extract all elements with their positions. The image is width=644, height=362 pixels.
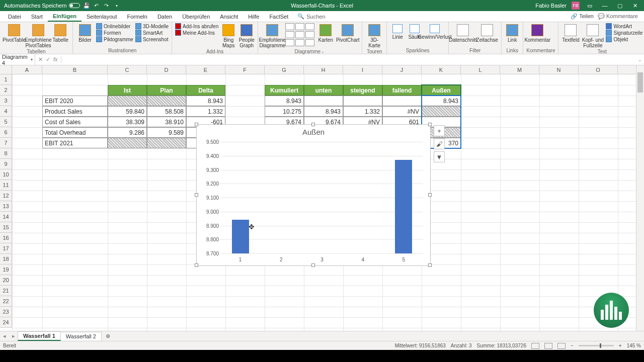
minimize-icon[interactable]: — [600, 1, 610, 11]
user-name[interactable]: Fabio Basler [535, 3, 567, 9]
ribbon-options-icon[interactable]: ▭ [585, 1, 595, 11]
chart-type-gallery[interactable] [285, 23, 314, 46]
cell-D4[interactable]: 58.508 [147, 106, 186, 117]
zoom-in-button[interactable]: + [619, 343, 622, 348]
cell-J3[interactable] [382, 96, 422, 106]
cell-E3[interactable]: 8.943 [186, 96, 225, 106]
row-header-9[interactable]: 9 [0, 159, 12, 169]
user-avatar[interactable]: FB [572, 2, 580, 10]
row-header-2[interactable]: 2 [0, 85, 12, 96]
icons-button[interactable]: Piktogramme [96, 36, 133, 42]
name-box[interactable]: Diagramm 4▾ [0, 53, 35, 67]
row-header-3[interactable]: 3 [0, 96, 12, 106]
row-header-8[interactable]: 8 [0, 148, 12, 159]
cell-I4[interactable]: 1.332 [343, 106, 382, 117]
pivotchart-button[interactable]: PivotChart [337, 23, 359, 43]
zoom-out-button[interactable]: − [571, 343, 574, 348]
timeline-button[interactable]: Zeitachse [476, 23, 498, 43]
chart-resize-handle[interactable] [428, 193, 432, 197]
row-header-1[interactable]: 1 [0, 74, 12, 85]
row-header-22[interactable]: 22 [0, 296, 12, 307]
recommended-charts-button[interactable]: Empfohlene Diagramme [261, 23, 283, 48]
zoom-level[interactable]: 145 % [627, 343, 641, 348]
tab-factset[interactable]: FactSet [264, 12, 293, 21]
row-header-24[interactable]: 24 [0, 317, 12, 328]
zoom-slider[interactable] [579, 345, 614, 346]
col-header-F[interactable]: F [225, 65, 265, 74]
cell-I3[interactable] [343, 96, 382, 106]
col-header-O[interactable]: O [579, 65, 618, 74]
qat-customize-icon[interactable]: ▾ [113, 2, 120, 9]
header-I2[interactable]: steigend [343, 85, 382, 96]
row-header-18[interactable]: 18 [0, 254, 12, 264]
screenshot-button[interactable]: Screenshot [135, 36, 169, 42]
col-header-D[interactable]: D [147, 65, 186, 74]
chart-resize-handle[interactable] [195, 193, 198, 197]
cell-B4[interactable]: Product Sales [42, 106, 108, 117]
cell-H4[interactable]: 8.943 [304, 106, 343, 117]
cell-B5[interactable]: Cost of Sales [42, 117, 108, 127]
cell-E4[interactable]: 1.332 [186, 106, 225, 117]
col-header-K[interactable]: K [422, 65, 461, 74]
sparkline-winloss-button[interactable]: Gewinn/Verlust [424, 23, 445, 40]
col-header-N[interactable]: N [539, 65, 579, 74]
col-header-G[interactable]: G [265, 65, 304, 74]
cell-B6[interactable]: Total Overhead [42, 127, 108, 138]
redo-icon[interactable]: ↷ [103, 2, 110, 9]
link-button[interactable]: Link [505, 23, 520, 43]
autosave-toggle[interactable]: Automatisches Speichern [4, 3, 80, 9]
row-header-20[interactable]: 20 [0, 275, 12, 286]
shapes-button[interactable]: Formen [96, 30, 133, 36]
col-header-J[interactable]: J [382, 65, 422, 74]
tab-daten[interactable]: Daten [152, 12, 177, 21]
chart-resize-handle[interactable] [428, 263, 432, 267]
chart-resize-handle[interactable] [195, 263, 198, 267]
close-icon[interactable]: ✕ [630, 1, 640, 11]
chart-filter-button[interactable]: ▼ [434, 151, 445, 162]
header-J2[interactable]: fallend [382, 85, 422, 96]
online-pictures-button[interactable]: Onlinebilder [96, 23, 133, 29]
cell-D7[interactable] [147, 138, 186, 148]
sheet-tab-2[interactable]: Wasserfall 2 [60, 332, 102, 340]
header-K2[interactable]: Außen [422, 85, 461, 96]
row-header-11[interactable]: 11 [0, 180, 12, 191]
new-sheet-button[interactable]: ⊕ [102, 333, 114, 339]
maximize-icon[interactable]: ▢ [615, 1, 625, 11]
tab-seitenlayout[interactable]: Seitenlayout [82, 12, 122, 21]
vertical-scrollbar[interactable] [636, 65, 644, 331]
cell-D6[interactable]: 9.589 [147, 127, 186, 138]
row-header-14[interactable]: 14 [0, 212, 12, 222]
cell-K4[interactable] [422, 106, 461, 117]
row-header-17[interactable]: 17 [0, 243, 12, 254]
col-header-I[interactable]: I [343, 65, 382, 74]
enter-formula-icon[interactable]: ✓ [46, 56, 50, 63]
tab-start[interactable]: Start [26, 12, 48, 21]
cell-H3[interactable] [304, 96, 343, 106]
smartart-button[interactable]: SmartArt [135, 30, 169, 36]
slicer-button[interactable]: Datenschnitt [452, 23, 474, 43]
tab-einfuegen[interactable]: Einfügen [48, 12, 82, 22]
cell-J4[interactable]: #NV [382, 106, 422, 117]
chart-resize-handle[interactable] [311, 123, 315, 126]
row-header-19[interactable]: 19 [0, 264, 12, 275]
col-header-E[interactable]: E [186, 65, 225, 74]
cell-C4[interactable]: 59.840 [108, 106, 147, 117]
row-header-12[interactable]: 12 [0, 191, 12, 201]
cell-C7[interactable] [108, 138, 147, 148]
view-pagebreak-button[interactable] [557, 343, 566, 349]
table-button[interactable]: Tabelle [51, 23, 69, 43]
row-header-13[interactable]: 13 [0, 201, 12, 212]
tell-me-search[interactable]: 🔍 Suchen [297, 13, 325, 20]
header-H2[interactable]: unten [304, 85, 343, 96]
get-addins-button[interactable]: Add-Ins abrufen [175, 23, 218, 29]
row-header-6[interactable]: 6 [0, 127, 12, 138]
header-C2[interactable]: Ist [108, 85, 147, 96]
bing-maps-button[interactable]: Bing Maps [220, 23, 236, 48]
cancel-formula-icon[interactable]: ✕ [38, 56, 43, 63]
col-header-H[interactable]: H [304, 65, 343, 74]
chart-bar-1[interactable] [232, 220, 249, 253]
row-header-15[interactable]: 15 [0, 222, 12, 233]
cell-C6[interactable]: 9.286 [108, 127, 147, 138]
row-header-10[interactable]: 10 [0, 169, 12, 180]
sheet-nav-next-icon[interactable]: ▸ [9, 333, 18, 339]
